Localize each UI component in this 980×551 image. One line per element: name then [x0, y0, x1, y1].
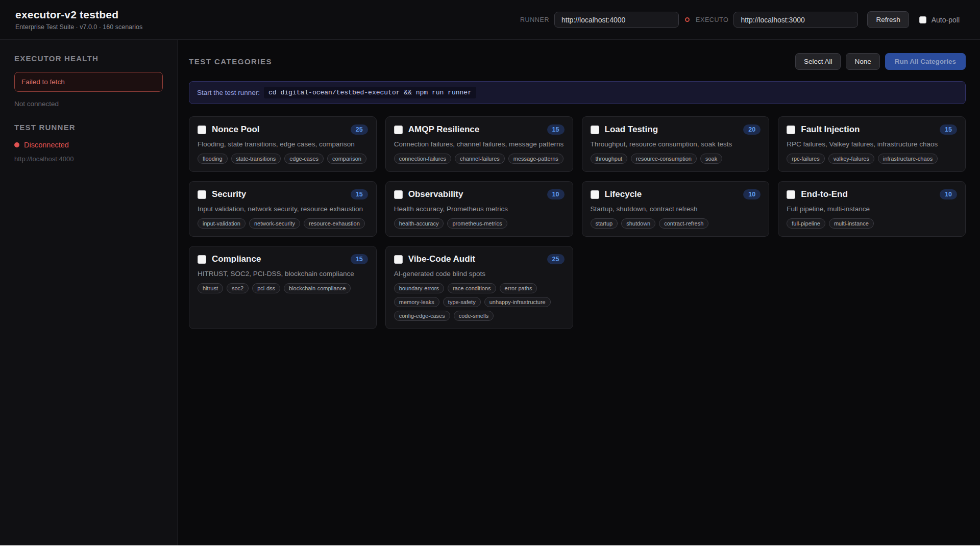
- category-description: Input validation, network security, reso…: [198, 205, 368, 213]
- category-checkbox[interactable]: [394, 255, 403, 264]
- main-header-row: TEST CATEGORIES Select All None Run All …: [189, 53, 966, 70]
- category-tag: contract-refresh: [659, 218, 708, 229]
- category-tag: multi-instance: [829, 218, 874, 229]
- category-tag: resource-exhaustion: [304, 218, 365, 229]
- category-title: Lifecycle: [605, 189, 642, 199]
- executor-health-status: Not connected: [14, 100, 163, 108]
- category-tag: race-conditions: [448, 283, 496, 293]
- category-card[interactable]: Fault Injection 15 RPC failures, Valkey …: [778, 116, 966, 172]
- category-tag: soak: [700, 154, 722, 164]
- category-description: Startup, shutdown, contract refresh: [591, 205, 761, 213]
- select-all-button[interactable]: Select All: [795, 53, 841, 70]
- refresh-button[interactable]: Refresh: [867, 11, 909, 28]
- category-tag: edge-cases: [284, 154, 324, 164]
- category-tag: prometheus-metrics: [447, 218, 507, 229]
- category-checkbox[interactable]: [198, 190, 206, 199]
- category-card[interactable]: Lifecycle 10 Startup, shutdown, contract…: [582, 181, 770, 237]
- category-title: Nonce Pool: [212, 124, 260, 135]
- category-checkbox[interactable]: [394, 126, 403, 134]
- category-description: Health accuracy, Prometheus metrics: [394, 205, 565, 213]
- category-tags: input-validationnetwork-securityresource…: [198, 218, 368, 229]
- category-title: Security: [212, 189, 246, 199]
- test-categories-heading: TEST CATEGORIES: [189, 57, 272, 66]
- executor-health-error: Failed to fetch: [14, 72, 163, 92]
- category-tags: rpc-failuresvalkey-failuresinfrastructur…: [787, 154, 957, 164]
- category-tag: connection-failures: [394, 154, 451, 164]
- category-count-badge: 20: [743, 124, 761, 135]
- category-tag: health-accuracy: [394, 218, 444, 229]
- category-tag: network-security: [249, 218, 300, 229]
- category-tag: unhappy-infrastructure: [484, 297, 551, 307]
- category-tag: flooding: [198, 154, 228, 164]
- test-runner-status-row: Disconnected: [14, 141, 163, 149]
- category-title: Load Testing: [605, 124, 658, 135]
- category-card-header: Compliance 15: [198, 254, 368, 264]
- executor-url-input[interactable]: [733, 12, 858, 28]
- executor-health-heading: EXECUTOR HEALTH: [14, 54, 163, 63]
- category-tag: infrastructure-chaos: [878, 154, 938, 164]
- sidebar: EXECUTOR HEALTH Failed to fetch Not conn…: [0, 40, 178, 545]
- category-card[interactable]: Security 15 Input validation, network se…: [189, 181, 377, 237]
- select-none-button[interactable]: None: [846, 53, 879, 70]
- category-count-badge: 25: [547, 254, 565, 264]
- category-card-header: Nonce Pool 25: [198, 124, 368, 135]
- category-title: Fault Injection: [801, 124, 860, 135]
- category-title: Vibe-Code Audit: [408, 254, 475, 264]
- category-checkbox[interactable]: [198, 126, 206, 134]
- category-card[interactable]: Vibe-Code Audit 25 AI-generated code bli…: [385, 246, 573, 329]
- category-tag: message-patterns: [508, 154, 564, 164]
- category-count-badge: 15: [547, 124, 565, 135]
- category-card-header: Vibe-Code Audit 25: [394, 254, 565, 264]
- category-card[interactable]: Observability 10 Health accuracy, Promet…: [385, 181, 573, 237]
- category-card[interactable]: Load Testing 20 Throughput, resource con…: [582, 116, 770, 172]
- category-tags: startupshutdowncontract-refresh: [591, 218, 761, 229]
- category-description: Flooding, state transitions, edge cases,…: [198, 140, 368, 148]
- category-card[interactable]: End-to-End 10 Full pipeline, multi-insta…: [778, 181, 966, 237]
- category-card-header: Lifecycle 10: [591, 189, 761, 199]
- category-title: End-to-End: [801, 189, 848, 199]
- category-checkbox[interactable]: [591, 190, 599, 199]
- category-tag: rpc-failures: [787, 154, 824, 164]
- category-tags: boundary-errorsrace-conditionserror-path…: [394, 283, 565, 321]
- category-tag: soc2: [227, 283, 249, 293]
- category-card-header: End-to-End 10: [787, 189, 957, 199]
- title-block: executor-v2 testbed Enterprise Test Suit…: [15, 9, 142, 31]
- category-card[interactable]: Compliance 15 HITRUST, SOC2, PCI-DSS, bl…: [189, 246, 377, 329]
- executor-url-label: EXECUTO: [696, 16, 728, 23]
- category-tags: health-accuracyprometheus-metrics: [394, 218, 565, 229]
- category-checkbox[interactable]: [591, 126, 599, 134]
- top-bar: executor-v2 testbed Enterprise Test Suit…: [0, 0, 980, 40]
- auto-poll-checkbox[interactable]: [919, 16, 926, 23]
- runner-url-input[interactable]: [554, 12, 679, 28]
- category-description: AI-generated code blind spots: [394, 270, 565, 278]
- category-checkbox[interactable]: [394, 190, 403, 199]
- category-card[interactable]: Nonce Pool 25 Flooding, state transition…: [189, 116, 377, 172]
- auto-poll-label: Auto-poll: [932, 16, 960, 24]
- category-tags: connection-failureschannel-failuresmessa…: [394, 154, 565, 164]
- category-tag: resource-consumption: [631, 154, 697, 164]
- category-tag: full-pipeline: [787, 218, 825, 229]
- test-runner-url: http://localhost:4000: [14, 155, 163, 163]
- category-description: HITRUST, SOC2, PCI-DSS, blockchain compl…: [198, 270, 368, 278]
- category-card[interactable]: AMQP Resilience 15 Connection failures, …: [385, 116, 573, 172]
- start-runner-banner: Start the test runner: cd digital-ocean/…: [189, 81, 966, 104]
- category-count-badge: 10: [547, 189, 565, 199]
- category-tag: channel-failures: [455, 154, 505, 164]
- category-checkbox[interactable]: [787, 190, 795, 199]
- page-subtitle: Enterprise Test Suite · v7.0.0 · 160 sce…: [15, 23, 142, 31]
- category-tag: hitrust: [198, 283, 223, 293]
- category-tag: boundary-errors: [394, 283, 444, 293]
- category-checkbox[interactable]: [787, 126, 795, 134]
- app-window: executor-v2 testbed Enterprise Test Suit…: [0, 0, 980, 545]
- run-all-categories-button[interactable]: Run All Categories: [885, 53, 966, 70]
- category-tag: config-edge-cases: [394, 311, 450, 321]
- category-tag: shutdown: [621, 218, 655, 229]
- category-tags: throughputresource-consumptionsoak: [591, 154, 761, 164]
- category-tag: state-transitions: [231, 154, 281, 164]
- category-tag: memory-leaks: [394, 297, 439, 307]
- category-checkbox[interactable]: [198, 255, 206, 264]
- category-count-badge: 15: [940, 124, 957, 135]
- category-description: Throughput, resource consumption, soak t…: [591, 140, 761, 148]
- category-tag: type-safety: [443, 297, 481, 307]
- category-tags: hitrustsoc2pci-dssblockchain-compliance: [198, 283, 368, 293]
